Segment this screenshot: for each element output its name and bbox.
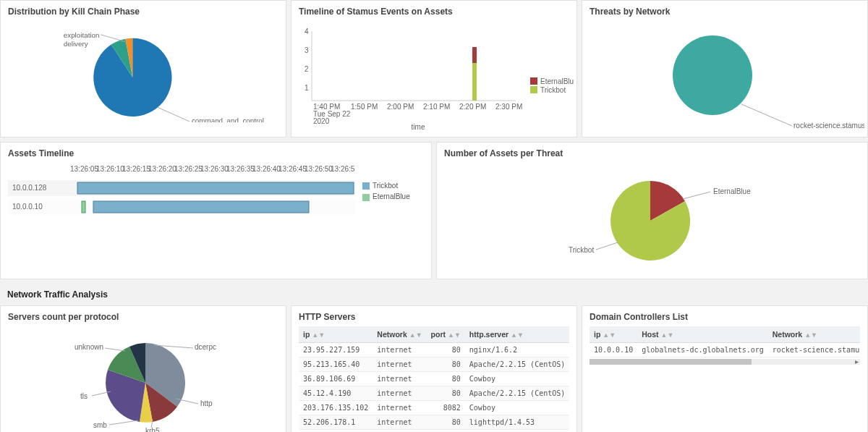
table-row[interactable]: 45.12.4.190internet80Apache/2.2.15 (Cent… — [299, 386, 569, 401]
label-http: http — [200, 399, 213, 407]
col-network[interactable]: Network▲▼ — [768, 326, 860, 343]
table-row[interactable]: 52.206.178.1internet80lighttpd/1.4.53 — [299, 415, 569, 430]
svg-line-1 — [101, 35, 125, 42]
domain-controllers-table[interactable]: ip▲▼ Host▲▼ Network▲▼ first_seen▲▼ last_… — [590, 326, 860, 357]
svg-text:13:26:15: 13:26:15 — [122, 165, 150, 173]
table-cell: 203.176.135.102 — [299, 401, 373, 415]
svg-text:13:26:35: 13:26:35 — [226, 165, 255, 173]
label-unknown: unknown — [75, 343, 103, 351]
http-servers-table[interactable]: ip▲▼ Network▲▼ port▲▼ http.server▲▼ 23.9… — [299, 326, 569, 432]
table-row[interactable]: 23.95.227.159internet80nginx/1.6.2 — [299, 343, 569, 357]
asset-row-label: 10.0.0.128 — [12, 184, 47, 192]
table-cell: lighttpd/1.4.53 — [465, 415, 569, 430]
legend-trickbot: Trickbot — [540, 86, 566, 94]
svg-text:2:30 PM: 2:30 PM — [495, 103, 522, 111]
servers-protocol-pie[interactable]: dcerpc http krb5 smb tls unknown — [8, 326, 283, 432]
panel-title: Timeline of Stamus Events on Assets — [299, 7, 569, 17]
slice-command-and-control[interactable] — [93, 38, 171, 117]
label-tls: tls — [80, 392, 88, 400]
table-row[interactable]: 116.202.244.153internet80nginx — [299, 430, 569, 433]
col-port[interactable]: port▲▼ — [427, 326, 465, 343]
panel-threats-network: Threats by Network rocket-science.stamus — [582, 0, 868, 137]
sort-icon[interactable]: ▲▼ — [448, 331, 461, 339]
table-cell: 80 — [427, 430, 465, 433]
svg-line-35 — [596, 242, 618, 250]
assets-timeline-legend: Trickbot EternalBlue — [362, 182, 410, 250]
svg-text:13:26:30: 13:26:30 — [200, 165, 229, 173]
col-network[interactable]: Network▲▼ — [373, 326, 426, 343]
svg-text:13:26:55: 13:26:55 — [331, 165, 355, 173]
table-cell: 80 — [427, 343, 465, 357]
table-cell: 116.202.244.153 — [299, 430, 373, 433]
table-cell: Apache/2.2.15 (CentOS) — [465, 386, 569, 401]
panel-domain-controllers: Domain Controllers List ip▲▼ Host▲▼ Netw… — [582, 305, 868, 432]
panel-title: Servers count per protocol — [8, 312, 278, 322]
svg-text:13:26:20: 13:26:20 — [148, 165, 176, 173]
table-cell: nginx/1.6.2 — [465, 343, 569, 357]
table-row[interactable]: 36.89.106.69internet80Cowboy — [299, 372, 569, 386]
horizontal-scrollbar[interactable]: ▸ — [590, 359, 860, 365]
label-cac: command_and_control — [192, 117, 264, 122]
gantt-bar-trickbot[interactable] — [93, 201, 309, 213]
table-cell: 8082 — [427, 401, 465, 415]
col-host[interactable]: Host▲▼ — [637, 326, 768, 343]
sort-icon[interactable]: ▲▼ — [804, 331, 817, 339]
kill-chain-pie[interactable]: command_and_control delivery exploitatio… — [8, 21, 278, 122]
table-cell: 95.213.165.40 — [299, 357, 373, 372]
svg-rect-19 — [530, 86, 537, 93]
gantt-bar-trickbot[interactable] — [77, 182, 354, 194]
slice-rocket-science[interactable] — [673, 35, 752, 115]
table-cell: internet — [373, 357, 426, 372]
assets-timeline-chart[interactable]: 13:26:05 13:26:10 13:26:15 13:26:20 13:2… — [8, 163, 355, 250]
legend-eternalblue: EternalBlue — [540, 77, 574, 85]
svg-text:13:26:25: 13:26:25 — [174, 165, 203, 173]
scroll-right-icon[interactable]: ▸ — [855, 357, 859, 365]
table-cell: globalnets-dc.globalnets.org — [637, 343, 768, 357]
label-smb: smb — [93, 421, 107, 429]
threats-network-pie[interactable]: rocket-science.stamus — [590, 21, 864, 130]
svg-text:13:26:50: 13:26:50 — [305, 165, 333, 173]
sort-icon[interactable]: ▲▼ — [661, 331, 674, 339]
col-ip[interactable]: ip▲▼ — [299, 326, 373, 343]
asset-row-label: 10.0.0.10 — [12, 203, 43, 211]
label-dcerpc: dcerpc — [195, 343, 216, 351]
svg-text:2:00 PM: 2:00 PM — [387, 103, 414, 111]
svg-text:2020: 2020 — [313, 117, 330, 125]
scrollbar-thumb[interactable] — [590, 359, 752, 365]
svg-text:13:26:40: 13:26:40 — [252, 165, 281, 173]
sort-icon[interactable]: ▲▼ — [409, 331, 422, 339]
svg-text:13:26:45: 13:26:45 — [278, 165, 307, 173]
svg-text:2:10 PM: 2:10 PM — [423, 103, 450, 111]
legend-eternalblue: EternalBlue — [373, 192, 410, 200]
assets-per-threat-pie[interactable]: EternalBlue Trickbot — [444, 163, 849, 271]
table-cell: 45.12.4.190 — [299, 386, 373, 401]
svg-text:2: 2 — [305, 65, 309, 73]
table-row[interactable]: 95.213.165.40internet80Apache/2.2.15 (Ce… — [299, 357, 569, 372]
table-row[interactable]: 203.176.135.102internet8082Cowboy — [299, 401, 569, 415]
col-http-server[interactable]: http.server▲▼ — [465, 326, 569, 343]
table-cell: internet — [373, 415, 426, 430]
table-cell: internet — [373, 372, 426, 386]
panel-timeline-events: Timeline of Stamus Events on Assets 4 3 … — [291, 0, 577, 137]
col-ip[interactable]: ip▲▼ — [590, 326, 637, 343]
label-exploitation: exploitation — [64, 31, 100, 39]
label-eternalblue: EternalBlue — [713, 187, 751, 195]
sort-icon[interactable]: ▲▼ — [511, 331, 524, 339]
panel-assets-per-threat: Number of Assets per Threat EternalBlue … — [436, 142, 868, 279]
gantt-bar-eternalblue[interactable] — [82, 201, 85, 213]
panel-title: Assets Timeline — [8, 148, 424, 158]
legend-trickbot: Trickbot — [373, 182, 398, 190]
svg-line-39 — [109, 420, 138, 425]
svg-line-0 — [158, 107, 190, 122]
sort-icon[interactable]: ▲▼ — [312, 331, 325, 339]
panel-title: Distribution by Kill Chain Phase — [8, 7, 278, 17]
panel-servers-per-protocol: Servers count per protocol dcerpc http k… — [0, 305, 286, 432]
table-cell: 80 — [427, 386, 465, 401]
panel-title: Threats by Network — [590, 7, 860, 17]
panel-title: Number of Assets per Threat — [444, 148, 860, 158]
table-row[interactable]: 10.0.0.10globalnets-dc.globalnets.orgroc… — [590, 343, 860, 357]
svg-rect-8 — [472, 47, 477, 53]
sort-icon[interactable]: ▲▼ — [603, 331, 616, 339]
table-cell: 80 — [427, 415, 465, 430]
timeline-chart[interactable]: 4 3 2 1 1:40 PM Tue Sep 22 2020 1:50 PM … — [299, 21, 574, 130]
